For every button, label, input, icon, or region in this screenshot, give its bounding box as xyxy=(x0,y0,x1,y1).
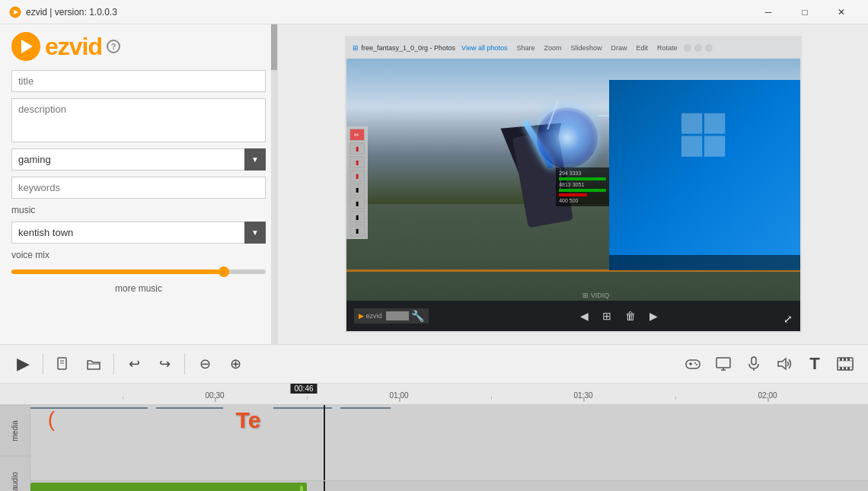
track-content: ScreenCap0 ScreenCap0 ScreenCap0 Te xyxy=(30,405,868,491)
clip-2-label: ScreenCap0 xyxy=(81,408,147,409)
audio-green-bar[interactable] xyxy=(30,483,307,491)
screen-capture-button[interactable] xyxy=(710,350,737,378)
photos-edit: Edit xyxy=(637,44,649,52)
edit-btn-4[interactable]: ▮ xyxy=(349,183,365,196)
paren-clip-left[interactable]: ( xyxy=(35,407,69,432)
zoom-in-button[interactable]: ⊕ xyxy=(222,350,249,378)
film-button[interactable] xyxy=(831,350,859,378)
svg-rect-25 xyxy=(840,367,842,370)
description-input[interactable] xyxy=(11,98,266,142)
svg-rect-14 xyxy=(716,358,730,368)
svg-point-13 xyxy=(696,364,697,365)
open-button[interactable] xyxy=(80,350,107,378)
maximize-button[interactable]: □ xyxy=(787,0,822,24)
text-button[interactable]: T xyxy=(801,350,828,378)
vidiq-watermark: ⊞ VIDIQ xyxy=(582,292,609,299)
svg-rect-24 xyxy=(847,358,850,361)
timeline-tracks: media audio ScreenCap0 ScreenCap0 xyxy=(0,405,868,491)
clip-3[interactable]: ScreenCap0 xyxy=(156,407,223,409)
close-button[interactable]: ✕ xyxy=(824,0,859,24)
gamepad-button[interactable] xyxy=(679,350,707,378)
play-button[interactable]: ▶ xyxy=(9,350,37,378)
voice-mix-label: voice mix xyxy=(11,250,266,260)
toolbar: ▶ ↩ ↪ ⊖ ⊕ xyxy=(0,344,868,384)
edit-btn-2[interactable]: ▮ xyxy=(349,156,365,168)
voice-mix-slider[interactable] xyxy=(11,269,266,274)
photos-rotate: Rotate xyxy=(657,44,678,52)
hud-bar-green-2 xyxy=(559,189,606,192)
svg-marker-19 xyxy=(778,359,786,369)
music-wrapper: kentish town none upbeat mellow xyxy=(11,222,266,244)
mic-icon xyxy=(745,355,762,372)
clip-2[interactable]: ScreenCap0 xyxy=(81,407,148,409)
redo-button[interactable]: ↪ xyxy=(151,350,178,378)
audio-button[interactable] xyxy=(771,350,798,378)
video-grid-btn[interactable]: ⊞ xyxy=(602,310,611,322)
edit-btn-3[interactable]: ▮ xyxy=(349,170,365,182)
new-icon xyxy=(56,356,71,371)
edit-btn-pencil[interactable]: ✏ xyxy=(349,129,365,141)
title-input[interactable] xyxy=(11,70,266,92)
playhead-label: 00:46 xyxy=(290,384,317,394)
toolbar-divider-3 xyxy=(184,353,185,375)
edit-btn-5[interactable]: ▮ xyxy=(349,197,365,209)
win-toolbar: ⊞ free_fantasy_1_0_0rg - Photos View all… xyxy=(346,37,800,59)
music-select[interactable]: kentish town none upbeat mellow xyxy=(11,222,266,244)
svg-point-12 xyxy=(694,362,696,364)
text-clip[interactable]: Te xyxy=(223,407,273,433)
timeline-ruler: 00:46 00:30 01:00 01:30 02:00 xyxy=(0,384,868,405)
desktop-area xyxy=(609,80,799,270)
video-prev-btn[interactable]: ◀ xyxy=(580,310,589,322)
toolbar-divider-1 xyxy=(43,353,43,375)
video-logo: ▶ ezvid 🔧 xyxy=(354,308,429,324)
video-logo-text: ezvid xyxy=(366,312,382,320)
win-close-btns xyxy=(684,44,713,52)
logo-area: ezvid ? xyxy=(11,32,266,61)
video-delete-btn[interactable]: 🗑 xyxy=(625,310,636,322)
video-bottom-bar: ▶ ezvid 🔧 ◀ ⊞ 🗑 ▶ ⤢ xyxy=(346,301,800,331)
edit-panel: ✏ ▮ ▮ ▮ ▮ ▮ ▮ ▮ xyxy=(346,126,368,239)
win-toolbar-btns: View all photos Share Zoom Slideshow Dra… xyxy=(461,44,678,52)
new-button[interactable] xyxy=(49,350,77,378)
edit-btn-1[interactable]: ▮ xyxy=(349,142,365,155)
titlebar-left: ezvid | version: 1.0.0.3 xyxy=(9,6,117,18)
svg-rect-23 xyxy=(844,358,846,361)
ruler-tick-130: 01:30 xyxy=(573,391,592,400)
category-select[interactable]: gaming education entertainment news xyxy=(11,148,266,171)
edit-btn-6[interactable]: ▮ xyxy=(349,211,365,223)
fullscreen-btn[interactable]: ⤢ xyxy=(783,313,793,325)
media-track: ScreenCap0 ScreenCap0 ScreenCap0 Te xyxy=(30,405,868,481)
zoom-out-button[interactable]: ⊖ xyxy=(191,350,219,378)
sidebar-scrollbar[interactable] xyxy=(271,24,277,344)
track-labels: media audio xyxy=(0,405,30,491)
hud-row-1: 294 3333 xyxy=(559,171,606,176)
titlebar-controls: ─ □ ✕ xyxy=(751,0,859,24)
win-close-btn xyxy=(705,44,713,52)
sidebar: ezvid ? gaming education entertainment n… xyxy=(0,24,278,344)
undo-button[interactable]: ↩ xyxy=(120,350,148,378)
help-button[interactable]: ? xyxy=(107,40,120,53)
film-icon xyxy=(837,355,854,372)
photos-zoom: Zoom xyxy=(544,44,562,52)
video-next-btn[interactable]: ▶ xyxy=(649,310,658,322)
monitor-icon xyxy=(715,355,732,372)
win-logo: ⊞ xyxy=(353,44,359,52)
audio-bar-mark xyxy=(300,486,303,491)
svg-rect-22 xyxy=(840,358,842,361)
win-toolbar-left: ⊞ free_fantasy_1_0_0rg - Photos xyxy=(353,44,456,52)
logo-ez: ez xyxy=(45,33,69,60)
play-triangle xyxy=(21,40,33,53)
svg-rect-21 xyxy=(838,361,853,367)
edit-btn-7[interactable]: ▮ xyxy=(349,225,365,237)
svg-rect-4 xyxy=(681,136,702,157)
photos-view-all: View all photos xyxy=(461,44,507,52)
mic-button[interactable] xyxy=(740,350,767,378)
more-music-button[interactable]: more music xyxy=(11,283,266,294)
video-logo-orange: ▶ xyxy=(359,312,364,320)
clip-3-label: ScreenCap0 xyxy=(157,408,222,409)
keywords-input[interactable] xyxy=(11,177,266,199)
clip-5[interactable]: ScreenCap0 xyxy=(340,407,391,409)
energy-burst xyxy=(537,107,598,168)
minimize-button[interactable]: ─ xyxy=(751,0,786,24)
minor-tick-4 xyxy=(675,397,676,400)
